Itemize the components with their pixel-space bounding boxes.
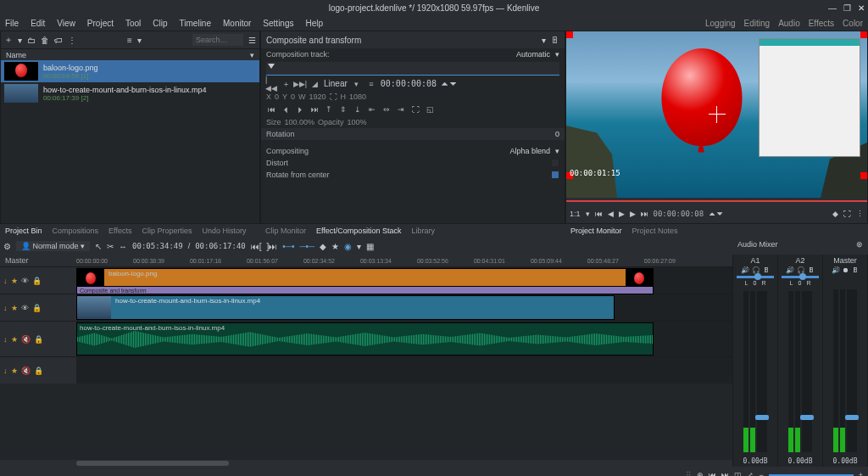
minimize-button[interactable]: — — [828, 3, 837, 13]
record-icon[interactable]: ⏺ — [843, 266, 849, 274]
zone-out-icon[interactable]: ]⏭ — [267, 242, 278, 251]
speaker-icon[interactable]: 🔊 — [741, 266, 749, 274]
menu-timeline[interactable]: Timeline — [180, 19, 211, 28]
lock-icon[interactable]: 🔒 — [34, 367, 43, 375]
folder-icon[interactable]: 🗀 — [27, 36, 36, 45]
skip-prev-icon[interactable]: ⏴ — [281, 104, 291, 115]
balance-slider[interactable] — [782, 276, 818, 278]
menu-settings[interactable]: Settings — [263, 19, 293, 28]
fit-icon[interactable]: ◱ — [425, 104, 435, 115]
align-top-icon[interactable]: ⤒ — [324, 104, 334, 115]
align-right-icon[interactable]: ⇥ — [396, 104, 406, 115]
keyframe-ruler[interactable] — [266, 62, 559, 76]
gear-icon[interactable]: ⚙ — [3, 242, 11, 251]
chevron-down-icon[interactable]: ▾ — [542, 36, 546, 45]
preview-render-icon[interactable]: ◉ — [344, 242, 352, 251]
zoom-in-icon[interactable]: + — [859, 471, 863, 476]
menu-view[interactable]: View — [57, 19, 75, 28]
speaker-icon[interactable]: 🔊 — [832, 266, 840, 274]
bin-column-name[interactable]: Name — [6, 51, 26, 59]
timeline-clip[interactable]: how-to-create-mount-and-burn-isos-in-lin… — [76, 295, 615, 320]
sliders-icon[interactable]: 🎚 — [852, 266, 859, 274]
transform-handle[interactable] — [860, 31, 867, 38]
grid-icon[interactable]: ▦ — [366, 242, 374, 251]
close-icon[interactable]: ⊗ — [856, 240, 863, 249]
y-value[interactable]: 0 — [291, 92, 295, 101]
tab-project-bin[interactable]: Project Bin — [5, 227, 42, 235]
align-hcenter-icon[interactable]: ⇔ — [381, 104, 392, 115]
timeline-ruler[interactable]: Master 00:00:00:00 00:00:38:39 00:01:17:… — [0, 255, 732, 266]
layout-editing[interactable]: Editing — [744, 19, 771, 28]
tab-clip-monitor[interactable]: Clip Monitor — [265, 227, 306, 235]
search-input[interactable] — [192, 34, 243, 46]
star-icon[interactable]: ★ — [11, 277, 18, 285]
star-icon[interactable]: ★ — [11, 367, 18, 375]
next-keyframe-icon[interactable]: ▶▶| — [295, 79, 305, 89]
tab-compositions[interactable]: Compositions — [53, 227, 99, 235]
transform-handle[interactable] — [566, 31, 573, 38]
lock-icon[interactable]: 🔒 — [32, 277, 42, 285]
collapse-icon[interactable]: ↓ — [3, 277, 8, 285]
h-value[interactable]: 1080 — [349, 92, 366, 101]
more-icon[interactable]: ⋮ — [856, 210, 864, 218]
opacity-value[interactable]: 100% — [348, 118, 367, 126]
rotation-value[interactable]: 0 — [555, 130, 559, 138]
layout-audio[interactable]: Audio — [778, 19, 800, 28]
tag-icon[interactable]: 🏷 — [54, 36, 63, 45]
tab-library[interactable]: Library — [411, 227, 435, 235]
next-frame-icon[interactable]: ▶ — [630, 210, 636, 218]
align-vcenter-icon[interactable]: ⇕ — [338, 104, 348, 115]
volume-readout[interactable]: 0.00dB — [743, 457, 768, 465]
favorite-icon[interactable]: ★ — [331, 242, 339, 251]
chevron-down-icon[interactable]: ▾ — [357, 242, 361, 251]
skip-end-icon[interactable]: ⏭ — [309, 104, 320, 115]
monitor-ruler[interactable] — [566, 198, 867, 204]
layout-effects[interactable]: Effects — [809, 19, 834, 28]
master-label[interactable]: Master — [5, 256, 29, 265]
zone-in-icon[interactable]: ⏮[ — [251, 242, 262, 251]
menu-clip[interactable]: Clip — [153, 19, 167, 28]
split-view-icon[interactable]: ◫ — [734, 471, 742, 476]
timecode-stepper-icon[interactable]: ⏶⏷ — [441, 79, 458, 89]
layout-color[interactable]: Color — [843, 19, 863, 28]
interpolation-select[interactable]: Linear — [324, 79, 348, 89]
skip-back-icon[interactable]: ⏮ — [709, 471, 716, 476]
delete-icon[interactable]: 🗑 — [41, 36, 49, 45]
star-icon[interactable]: ★ — [11, 335, 18, 344]
razor-tool-icon[interactable]: ✂ — [107, 242, 114, 251]
transform-handle[interactable] — [860, 172, 867, 179]
snap2-icon[interactable]: ─•─ — [299, 242, 314, 251]
lock-icon[interactable]: 🔒 — [32, 304, 42, 312]
collapse-icon[interactable]: ↓ — [3, 304, 8, 312]
chevron-down-icon[interactable]: ▾ — [18, 36, 22, 45]
balance-slider[interactable] — [737, 276, 773, 278]
skip-next-icon[interactable]: ⏵ — [295, 104, 305, 115]
chevron-down-icon[interactable]: ▾ — [586, 210, 590, 218]
volume-readout[interactable]: 0.00dB — [833, 457, 858, 465]
menu-icon[interactable]: ☰ — [248, 36, 256, 45]
volume-slider[interactable] — [847, 289, 857, 452]
fit-zoom-icon[interactable]: ⤢ — [747, 471, 754, 476]
bin-item[interactable]: baloon-logo.png 00:00:04:59 [1] — [1, 60, 259, 82]
chevron-down-icon[interactable]: ▾ — [250, 51, 254, 59]
bin-item[interactable]: how-to-create-mount-and-burn-isos-in-lin… — [1, 82, 259, 104]
speaker-icon[interactable]: 🔊 — [786, 266, 794, 274]
mute-icon[interactable]: 👁 — [21, 304, 29, 312]
chevron-down-icon[interactable]: ▾ — [352, 79, 362, 89]
compositing-value[interactable]: Alpha blend — [509, 147, 550, 155]
add-clip-icon[interactable]: ＋ — [4, 34, 13, 46]
close-button[interactable]: ✕ — [858, 3, 865, 13]
prev-frame-icon[interactable]: ◀ — [608, 210, 614, 218]
menu-edit[interactable]: Edit — [31, 19, 45, 28]
grip-icon[interactable]: ⠿ — [686, 471, 692, 476]
orig-size-icon[interactable]: ⛶ — [410, 104, 420, 115]
monitor-viewport[interactable]: 00:00:01:15 — [566, 31, 867, 198]
chevron-down-icon[interactable]: ▾ — [555, 50, 559, 59]
skip-start-icon[interactable]: ⏮ — [266, 104, 276, 115]
timeline-composition[interactable]: Composite and transform — [76, 286, 654, 294]
menu-help[interactable]: Help — [306, 19, 324, 28]
list-view-icon[interactable]: ≡ — [127, 36, 132, 45]
mute-icon[interactable]: 🔇 — [21, 335, 31, 344]
skip-fwd-icon[interactable]: ⏭ — [721, 471, 729, 476]
align-bottom-icon[interactable]: ⤓ — [353, 104, 363, 115]
